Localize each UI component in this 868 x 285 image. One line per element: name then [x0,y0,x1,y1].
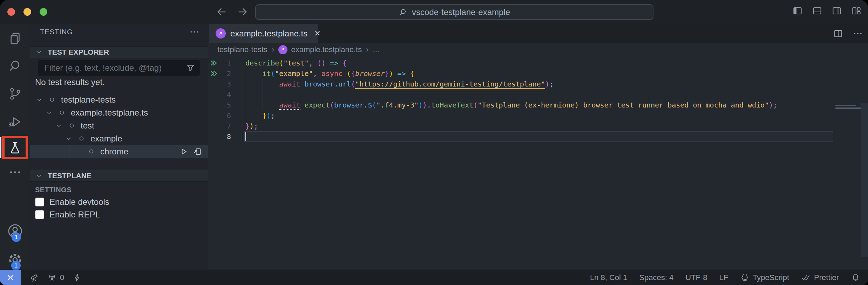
code-line-6[interactable]: 6 }); [208,110,868,121]
telescope-icon [29,273,39,282]
filter-funnel-icon[interactable] [186,63,195,73]
line-number: 8 [208,131,231,142]
code-line-8[interactable]: 8 [208,131,868,142]
status-left: 0 [0,270,82,285]
settings-badge: 1 [11,261,21,270]
activity-item-accounts[interactable]: 1 [0,220,30,242]
views-more-actions-icon[interactable] [189,27,199,37]
source-control-icon [8,86,22,101]
activity-item-run-and-debug[interactable] [0,111,30,133]
status-item-ports-item[interactable]: 0 [47,273,64,282]
status-item-language-mode[interactable]: TypeScript [740,273,789,282]
code-line-7[interactable]: 7}); [208,121,868,131]
window-controls [7,8,47,16]
status-item-text: 0 [60,273,64,282]
code-line-2[interactable]: 2 it("example", async ({browser}) => { [208,68,868,79]
status-item-text: UTF-8 [685,273,707,282]
activity-item-explorer[interactable] [0,27,30,50]
test-filter-input[interactable] [43,63,186,73]
command-center-search[interactable]: vscode-testplane-example [255,4,653,20]
status-item-text: LF [719,273,728,282]
run-test-icon[interactable] [179,147,188,156]
split-editor-icon[interactable] [833,28,843,39]
code-line-5[interactable]: 5 await expect(browser.$(".f4.my-3")).to… [208,100,868,110]
tree-item-chrome[interactable]: chrome [30,145,208,158]
checkbox-enable-devtools[interactable]: Enable devtools [35,197,109,207]
status-item-remote-indicator[interactable] [0,270,21,285]
accounts-badge: 1 [12,232,21,242]
code-line-text: it("example", async ({browser}) => { [245,68,414,79]
tree-item-testplane-tests[interactable]: testplane-tests [30,93,208,106]
close-window-button[interactable] [7,8,15,16]
activity-item-testing[interactable] [2,136,28,159]
section-header-testplane[interactable]: TESTPLANE [30,170,208,182]
activity-item-search[interactable] [0,55,30,77]
search-icon [8,58,22,73]
activity-item-settings[interactable]: 1 [0,249,30,271]
status-item-indentation[interactable]: Spaces: 4 [639,273,673,282]
activity-bar: 1 1 [0,24,30,270]
code-line-4[interactable]: 4 [208,89,868,100]
customize-layout-button[interactable] [851,6,862,16]
status-item-telescope-item[interactable] [29,273,39,282]
bell-icon[interactable] [851,273,860,282]
double-check-icon [801,273,811,283]
tree-item-label: example [90,134,208,144]
go-to-test-icon[interactable] [193,147,202,156]
status-item-notifications[interactable] [851,273,860,282]
breadcrumb-item[interactable]: ... [373,45,379,54]
test-filter-box [38,60,200,76]
minimize-window-button[interactable] [23,8,31,16]
chevron-down-icon [35,48,43,56]
status-item-cursor-position[interactable]: Ln 8, Col 1 [590,273,627,282]
code-line-1[interactable]: 1describe("test", () => { [208,58,868,68]
layout-controls [792,6,862,16]
checkbox-icon[interactable] [35,210,44,219]
status-item-zap-item[interactable] [73,273,82,282]
breadcrumb-label: ... [373,45,379,54]
checkbox-icon[interactable] [35,197,44,207]
tab-example-testplane-ts[interactable]: example.testplane.ts ✕ [209,24,318,43]
testing-flask-icon [7,140,23,155]
tree-item-test[interactable]: test [30,119,208,132]
editor-more-actions-icon[interactable] [853,28,863,39]
breadcrumb-item[interactable]: example.testplane.ts [278,45,362,54]
close-tab-icon[interactable]: ✕ [314,29,320,38]
tree-item-actions [179,147,202,156]
activity-item-more[interactable] [0,161,30,183]
line-number: 1 [208,58,231,68]
checkbox-label: Enable devtools [49,197,109,207]
section-header-test-explorer[interactable]: TEST EXPLORER [30,46,208,58]
breadcrumb: testplane-tests›example.testplane.ts›... [208,43,868,56]
settings-group-label: SETTINGS [35,186,72,194]
tree-indent-guide [69,145,69,158]
go-forward-button[interactable] [236,5,250,19]
tree-item-label: testplane-tests [61,95,208,105]
code-line-3[interactable]: 3 await browser.url("https://github.com/… [208,79,868,89]
remote-icon [6,273,15,283]
line-number: 7 [208,121,231,131]
status-item-eol[interactable]: LF [719,273,728,282]
run-and-debug-icon [8,114,22,129]
test-item-circle-icon [79,135,84,141]
panel-bottom-icon [812,6,822,16]
tree-item-example.testplane.ts[interactable]: example.testplane.ts [30,106,208,119]
tree-item-label: chrome [100,147,179,157]
toggle-primary-sidebar-button[interactable] [792,6,803,16]
tree-item-label: test [81,121,208,131]
search-icon [399,8,408,17]
activity-item-source-control[interactable] [0,83,30,105]
code-area[interactable]: 1describe("test", () => {2 it("example",… [208,56,868,270]
scrollbar[interactable] [861,103,868,257]
status-item-encoding[interactable]: UTF-8 [685,273,707,282]
checkbox-enable-repl[interactable]: Enable REPL [35,210,100,220]
testplane-file-icon [278,45,287,54]
status-item-formatter[interactable]: Prettier [801,273,839,283]
breadcrumb-item[interactable]: testplane-tests [217,45,267,54]
arrow-right-icon [237,6,249,18]
go-back-button[interactable] [215,5,229,19]
tree-item-example[interactable]: example [30,132,208,145]
zoom-window-button[interactable] [40,8,47,16]
toggle-secondary-sidebar-button[interactable] [832,6,842,16]
toggle-panel-button[interactable] [812,6,822,16]
